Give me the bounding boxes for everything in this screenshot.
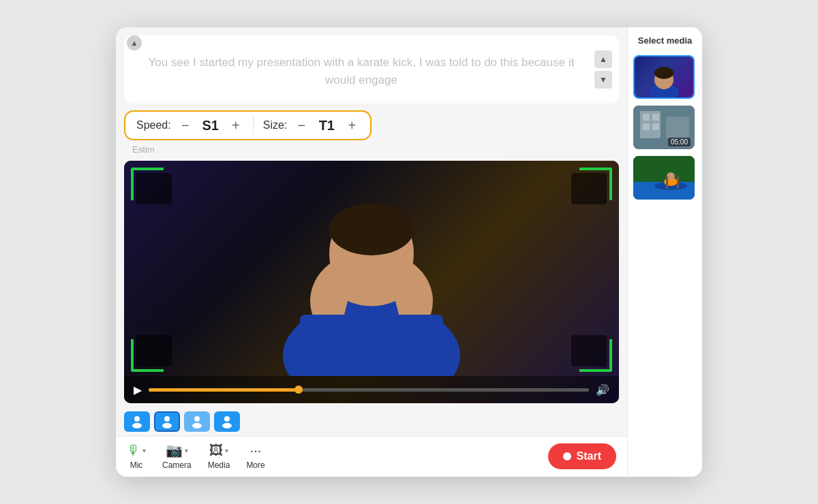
- svg-rect-20: [643, 123, 650, 130]
- avatar-row: [116, 407, 627, 436]
- toolbar-mic[interactable]: 🎙 ▾ Mic: [127, 443, 146, 470]
- svg-point-8: [162, 423, 172, 428]
- progress-fill: [149, 388, 303, 392]
- more-icon-row: ···: [250, 443, 262, 458]
- media-thumb-scene-3: [633, 156, 695, 200]
- size-plus-button[interactable]: +: [344, 118, 359, 133]
- speed-plus-button[interactable]: +: [228, 118, 243, 133]
- avatar-btn-1[interactable]: [124, 411, 150, 432]
- media-thumb-3[interactable]: [633, 156, 695, 200]
- svg-point-7: [164, 416, 170, 422]
- media-icon: 🖼: [209, 443, 223, 458]
- size-value: T1: [316, 118, 337, 133]
- camera-icon-row: 📷 ▾: [166, 442, 188, 458]
- avatar-btn-4[interactable]: [214, 411, 240, 432]
- svg-point-3: [329, 204, 414, 255]
- svg-point-9: [194, 416, 200, 422]
- avatar-btn-3[interactable]: [184, 411, 210, 432]
- person-figure: [256, 165, 487, 376]
- mic-icon-row: 🎙 ▾: [127, 443, 146, 458]
- left-panel: ▲ You see I started my presentation with…: [116, 27, 627, 477]
- corner-bracket-tl: [131, 168, 164, 200]
- avatar-icon-1: [130, 414, 145, 429]
- svg-point-6: [132, 423, 142, 428]
- collapse-button[interactable]: ▲: [127, 35, 142, 50]
- corner-bracket-bl: [131, 339, 164, 372]
- scroll-controls: ▲ ▼: [594, 50, 612, 89]
- mic-label: Mic: [130, 460, 143, 470]
- right-panel: Select media: [627, 27, 702, 477]
- avatar-btn-2[interactable]: [154, 411, 180, 432]
- more-label: More: [246, 460, 264, 470]
- toolbar-more[interactable]: ··· More: [246, 443, 264, 470]
- svg-point-11: [224, 416, 230, 422]
- controls-bar: Speed: − S1 + Size: − T1 +: [116, 104, 627, 143]
- size-minus-button[interactable]: −: [294, 118, 309, 133]
- volume-icon[interactable]: 🔊: [596, 383, 609, 396]
- rec-dot-icon: [563, 452, 571, 460]
- mic-chevron-icon: ▾: [142, 447, 146, 454]
- video-controls: ▶ 🔊: [124, 376, 619, 403]
- toolbar-camera[interactable]: 📷 ▾ Camera: [162, 442, 192, 470]
- start-label: Start: [577, 450, 601, 462]
- toolbar-items: 🎙 ▾ Mic 📷 ▾ Camera 🖼: [127, 442, 265, 470]
- main-container: ▲ You see I started my presentation with…: [116, 27, 702, 477]
- svg-rect-19: [652, 114, 659, 121]
- svg-rect-22: [666, 116, 689, 138]
- svg-rect-18: [643, 114, 650, 121]
- media-thumb-1[interactable]: [633, 55, 695, 99]
- avatar-icon-4: [219, 414, 234, 429]
- start-button[interactable]: Start: [548, 443, 616, 469]
- media-thumb-2-duration: 05:00: [668, 138, 691, 146]
- size-control: Size: − T1 +: [263, 118, 360, 133]
- speed-value: S1: [200, 118, 222, 133]
- speed-control: Speed: − S1 +: [136, 118, 243, 133]
- camera-label: Camera: [162, 460, 192, 470]
- svg-rect-28: [666, 176, 668, 189]
- progress-bar[interactable]: [149, 388, 589, 392]
- speed-minus-button[interactable]: −: [178, 118, 193, 133]
- scroll-up-button[interactable]: ▲: [594, 50, 612, 68]
- speed-size-box: Speed: − S1 + Size: − T1 +: [124, 110, 372, 140]
- media-thumb-2[interactable]: 05:00: [633, 106, 695, 149]
- svg-rect-29: [677, 176, 679, 189]
- controls-divider: [253, 116, 254, 135]
- size-label: Size:: [263, 119, 288, 131]
- progress-thumb: [294, 385, 303, 394]
- speed-label: Speed:: [136, 119, 171, 131]
- camera-icon: 📷: [166, 442, 183, 458]
- select-media-title: Select media: [633, 35, 697, 46]
- svg-rect-4: [300, 315, 443, 376]
- media-icon-row: 🖼 ▾: [209, 443, 228, 458]
- camera-chevron-icon: ▾: [185, 447, 188, 454]
- svg-rect-21: [652, 123, 659, 130]
- svg-point-10: [192, 423, 202, 428]
- avatar-icon-2: [160, 414, 175, 429]
- teleprompter-area: You see I started my presentation with a…: [124, 35, 619, 104]
- estimation-label: Estim: [124, 144, 155, 156]
- play-button[interactable]: ▶: [134, 383, 142, 396]
- svg-point-5: [134, 416, 140, 422]
- media-chevron-icon: ▾: [225, 447, 228, 454]
- video-container: ▶ 🔊: [124, 161, 619, 403]
- corner-bracket-br: [579, 339, 612, 372]
- scroll-down-button[interactable]: ▼: [594, 71, 612, 89]
- more-icon: ···: [250, 443, 262, 458]
- svg-point-12: [222, 423, 232, 428]
- avatar-icon-3: [190, 414, 204, 429]
- media-thumb-bg-3: [633, 156, 695, 200]
- corner-bracket-tr: [579, 168, 612, 200]
- toolbar-media[interactable]: 🖼 ▾ Media: [208, 443, 230, 470]
- media-thumb-person-1: [645, 62, 683, 97]
- teleprompter-text: You see I started my presentation with a…: [138, 54, 585, 90]
- media-label: Media: [208, 460, 230, 470]
- svg-point-15: [654, 67, 673, 79]
- mic-icon: 🎙: [127, 443, 140, 458]
- bottom-toolbar: 🎙 ▾ Mic 📷 ▾ Camera 🖼: [116, 436, 627, 477]
